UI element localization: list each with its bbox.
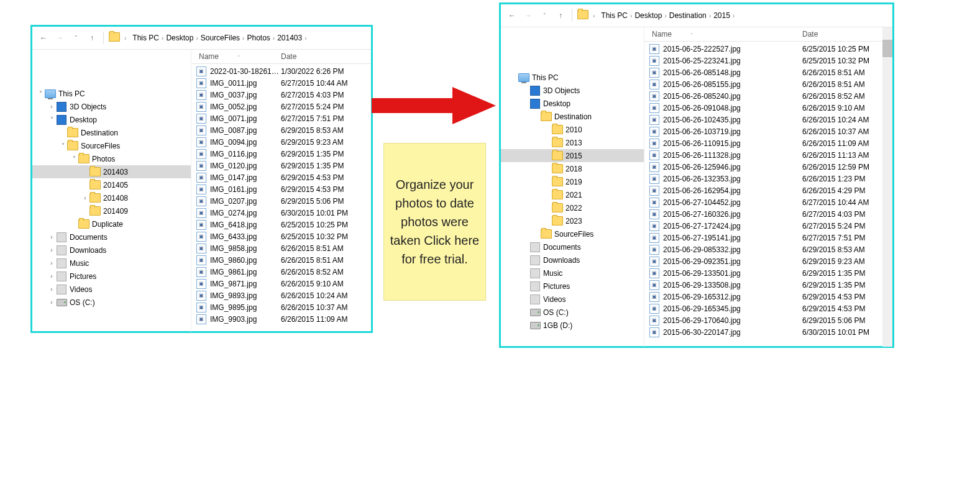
breadcrumb-segment[interactable]: Photos [245,32,272,43]
file-row[interactable]: ▣IMG_0037.jpg6/27/2015 4:03 PM [191,89,371,101]
file-row[interactable]: ▣IMG_9861.jpg6/26/2015 8:52 AM [191,266,371,278]
file-row[interactable]: ▣2015-06-27-172424.jpg6/27/2015 5:24 PM [644,220,892,232]
file-row[interactable]: ▣2015-06-29-165312.jpg6/29/2015 4:53 PM [644,291,892,303]
file-row[interactable]: ▣IMG_0274.jpg6/30/2015 10:01 PM [191,207,371,219]
file-row[interactable]: ▣2015-06-26-102435.jpg6/26/2015 10:24 AM [644,114,892,125]
file-row[interactable]: ▣IMG_9858.jpg6/26/2015 8:51 AM [191,242,371,254]
tree-item[interactable]: ›Documents [32,230,191,244]
column-headers[interactable]: Name˄ Date [191,50,371,64]
breadcrumb-segment[interactable]: Desktop [633,10,664,21]
file-row[interactable]: ▣IMG_0207.jpg6/29/2015 5:06 PM [191,195,371,207]
tree-item[interactable]: ›Music [32,257,191,270]
tree-item[interactable]: OS (C:) [501,306,644,319]
file-row[interactable]: ▣2015-06-29-165345.jpg6/29/2015 4:53 PM [644,303,892,314]
file-row[interactable]: ▣IMG_9895.jpg6/26/2015 10:37 AM [191,301,371,313]
nav-forward-button[interactable]: → [522,9,534,22]
file-row[interactable]: ▣2015-06-26-111328.jpg6/26/2015 11:13 AM [644,149,892,161]
breadcrumb-segment[interactable]: 2015 [712,10,732,21]
file-row[interactable]: ▣2015-06-26-125946.jpg6/26/2015 12:59 PM [644,161,892,173]
breadcrumb-segment[interactable]: This PC [599,10,630,21]
file-row[interactable]: ▣2015-06-26-091048.jpg6/26/2015 9:10 AM [644,102,892,114]
file-row[interactable]: ▣2015-06-29-133501.jpg6/29/2015 1:35 PM [644,267,892,279]
file-row[interactable]: ▣IMG_9893.jpg6/26/2015 10:24 AM [191,290,371,301]
breadcrumb[interactable]: This PC›Desktop›SourceFiles›Photos›20140… [131,34,307,42]
tree-item[interactable]: Duplicate [32,217,191,230]
tree-item[interactable]: 1GB (D:) [501,319,644,332]
chevron-down-icon[interactable]: ˅ [58,142,67,149]
file-row[interactable]: ▣2015-06-26-110915.jpg6/26/2015 11:09 AM [644,137,892,149]
tree-item[interactable]: Videos [501,293,644,306]
breadcrumb-segment[interactable]: Destination [667,10,708,21]
nav-up-button[interactable]: ↑ [554,9,567,22]
tree-item[interactable]: 2015 [501,149,644,162]
file-row[interactable]: ▣2015-06-27-160326.jpg6/27/2015 4:03 PM [644,208,892,220]
tree-item[interactable]: ›OS (C:) [32,296,191,309]
chevron-right-icon[interactable]: › [47,286,56,293]
breadcrumb-segment[interactable]: 201403 [275,32,304,43]
tree-item[interactable]: Downloads [501,253,644,267]
tree-item[interactable]: 2021 [501,188,644,201]
file-row[interactable]: ▣2015-06-29-133508.jpg6/29/2015 1:35 PM [644,279,892,291]
folder-tree[interactable]: ˅This PC›3D Objects˅DesktopDestination˅S… [32,50,191,332]
file-row[interactable]: ▣IMG_0087.jpg6/29/2015 8:53 AM [191,124,371,136]
nav-forward-button[interactable]: → [53,32,66,44]
chevron-down-icon[interactable]: ˅ [47,116,56,123]
file-row[interactable]: ▣2015-06-26-103719.jpg6/26/2015 10:37 AM [644,125,892,137]
file-row[interactable]: ▣2015-06-27-104452.jpg6/27/2015 10:44 AM [644,196,892,208]
chevron-down-icon[interactable]: ˅ [36,90,45,97]
nav-recent-dropdown[interactable]: ˅ [70,32,82,44]
file-row[interactable]: ▣2015-06-26-085148.jpg6/26/2015 8:51 AM [644,66,892,78]
file-row[interactable]: ▣IMG_0094.jpg6/29/2015 9:23 AM [191,136,371,148]
tree-item[interactable]: ›Videos [32,283,191,296]
tree-item[interactable]: ˅Desktop [32,113,191,126]
tree-item[interactable]: ›Downloads [32,244,191,257]
tree-item[interactable]: ˅This PC [32,87,191,100]
promo-callout[interactable]: Organize your photos to date photos were… [383,143,486,301]
file-row[interactable]: ▣IMG_9860.jpg6/26/2015 8:51 AM [191,254,371,266]
tree-item[interactable]: ›Pictures [32,270,191,283]
file-row[interactable]: ▣2015-06-25-223241.jpg6/25/2015 10:32 PM [644,55,892,66]
tree-item[interactable]: 3D Objects [501,84,644,97]
file-row[interactable]: ▣2015-06-25-222527.jpg6/25/2015 10:25 PM [644,43,892,55]
nav-back-button[interactable]: ← [37,32,50,44]
file-row[interactable]: ▣2015-06-26-085155.jpg6/26/2015 8:51 AM [644,78,892,90]
file-row[interactable]: ▣IMG_0120.jpg6/29/2015 1:35 PM [191,160,371,171]
column-date[interactable]: Date [281,52,371,61]
column-date[interactable]: Date [802,30,892,39]
nav-up-button[interactable]: ↑ [86,32,98,44]
chevron-down-icon[interactable]: ˅ [70,155,78,162]
tree-item[interactable]: Destination [501,110,644,123]
chevron-right-icon[interactable]: › [81,194,89,201]
tree-item[interactable]: Documents [501,240,644,253]
file-row[interactable]: ▣2015-06-27-195141.jpg6/27/2015 7:51 PM [644,232,892,244]
file-row[interactable]: ▣2022-01-30-182614.JPG1/30/2022 6:26 PM [191,65,371,77]
breadcrumb-segment[interactable]: This PC [131,32,161,43]
file-row[interactable]: ▣2015-06-30-220147.jpg6/30/2015 10:01 PM [644,326,892,338]
file-row[interactable]: ▣2015-06-26-132353.jpg6/26/2015 1:23 PM [644,173,892,185]
file-row[interactable]: ▣IMG_6433.jpg6/25/2015 10:32 PM [191,230,371,242]
scrollbar-thumb[interactable] [882,40,892,57]
tree-item[interactable]: Music [501,267,644,280]
column-headers[interactable]: Name˄ Date [644,27,892,42]
chevron-right-icon[interactable]: › [47,103,56,110]
file-row[interactable]: ▣2015-06-26-162954.jpg6/26/2015 4:29 PM [644,185,892,196]
column-name[interactable]: Name˄ [196,52,281,61]
tree-item[interactable]: ›3D Objects [32,100,191,113]
file-row[interactable]: ▣IMG_0116.jpg6/29/2015 1:35 PM [191,148,371,160]
tree-item[interactable]: 2018 [501,162,644,175]
file-row[interactable]: ▣IMG_9871.jpg6/26/2015 9:10 AM [191,278,371,290]
scrollbar[interactable] [882,27,892,347]
chevron-right-icon[interactable]: › [47,234,56,240]
chevron-right-icon[interactable]: › [47,299,56,306]
file-row[interactable]: ▣2015-06-29-085332.jpg6/29/2015 8:53 AM [644,244,892,255]
file-row[interactable]: ▣IMG_0052.jpg6/27/2015 5:24 PM [191,101,371,112]
file-row[interactable]: ▣2015-06-29-092351.jpg6/29/2015 9:23 AM [644,255,892,267]
file-row[interactable]: ▣IMG_0071.jpg6/27/2015 7:51 PM [191,112,371,124]
file-row[interactable]: ▣2015-06-29-170640.jpg6/29/2015 5:06 PM [644,314,892,326]
tree-item[interactable]: 2023 [501,214,644,227]
file-row[interactable]: ▣IMG_9903.jpg6/26/2015 11:09 AM [191,313,371,325]
file-row[interactable]: ▣IMG_6418.jpg6/25/2015 10:25 PM [191,219,371,230]
chevron-right-icon[interactable]: › [47,273,56,280]
tree-item[interactable]: 2013 [501,136,644,149]
file-row[interactable]: ▣2015-06-26-085240.jpg6/26/2015 8:52 AM [644,90,892,102]
